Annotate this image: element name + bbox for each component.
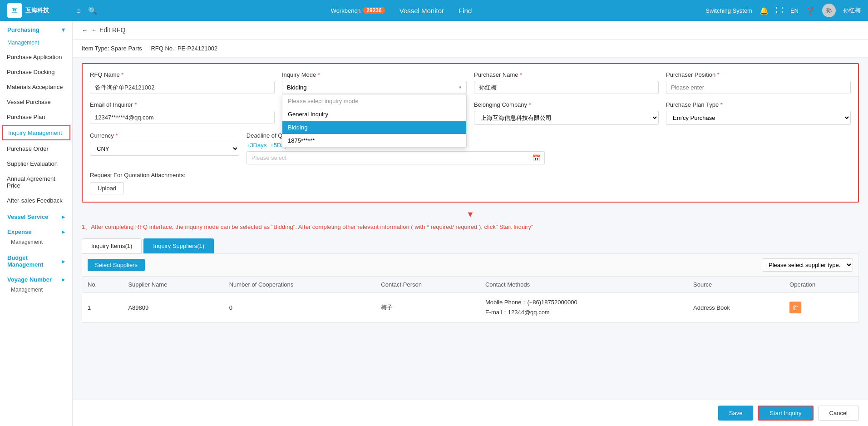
rfq-name-input[interactable]: [90, 81, 275, 94]
inquiry-mode-display[interactable]: Bidding ▾: [282, 81, 467, 94]
email-input[interactable]: [90, 111, 275, 124]
spacer-field-2: [552, 132, 851, 164]
contact-email: E-mail：12344@qq.com: [485, 307, 682, 317]
date-input-wrapper: 📅: [247, 151, 545, 164]
sidebar-item-supplier-evaluation[interactable]: Supplier Evaluation: [0, 156, 72, 171]
row-contact-person: 梅子: [375, 293, 480, 322]
annotation-text: 1、After completing RFQ interface, the in…: [73, 221, 868, 235]
tab-inquiry-items[interactable]: Inquiry Items(1): [82, 238, 142, 253]
row-supplier-name: A89809: [123, 293, 223, 322]
find-nav[interactable]: Find: [459, 7, 472, 15]
search-icon[interactable]: 🔍: [88, 6, 97, 15]
workbench-badge: 29236: [363, 7, 385, 14]
calendar-icon[interactable]: 📅: [533, 154, 540, 162]
sidebar-item-materials-acceptance[interactable]: Materials Acceptance: [0, 79, 72, 94]
row-cooperations: 0: [224, 293, 376, 322]
rfq-name-field: RFQ Name *: [90, 71, 275, 94]
suppliers-table: No. Supplier Name Number of Cooperations…: [82, 277, 858, 322]
lang-selector[interactable]: EN: [790, 7, 799, 14]
save-button[interactable]: Save: [718, 406, 754, 421]
sidebar-item-purchase-docking[interactable]: Purchase Docking: [0, 64, 72, 79]
sidebar-voyage-management: Management: [0, 286, 72, 297]
inquiry-mode-field: Inquiry Mode * Bidding ▾ Please select i…: [282, 71, 467, 94]
contact-mobile: Mobile Phone：(+86)18752000000: [485, 297, 682, 307]
avatar[interactable]: 孙: [822, 4, 836, 17]
col-no: No.: [82, 277, 123, 293]
tabs-row: Inquiry Items(1) Inquiry Suppliers(1): [73, 235, 868, 253]
workbench-label: Workbench: [331, 7, 361, 14]
table-header-row: No. Supplier Name Number of Cooperations…: [82, 277, 858, 293]
help-icon[interactable]: ❓: [806, 6, 815, 15]
sidebar-item-purchase-order[interactable]: Purchase Order: [0, 141, 72, 156]
email-label: Email of Inquirer *: [90, 101, 275, 108]
purchase-plan-type-select[interactable]: Em'cy Purchase: [666, 111, 851, 125]
upload-button[interactable]: Upload: [90, 182, 124, 194]
sidebar-item-purchase-application[interactable]: Purchase Application: [0, 50, 72, 64]
dropdown-option-bidding[interactable]: Bidding: [282, 121, 466, 134]
belonging-company-select[interactable]: 上海互海信息科技有限公司: [474, 111, 659, 125]
layout: Purchasing ▾ Management Purchase Applica…: [0, 21, 868, 426]
sidebar-management-label: Management: [0, 36, 72, 50]
currency-select[interactable]: CNY: [90, 142, 239, 156]
rfq-no-value: PE-P24121002: [178, 45, 217, 52]
dropdown-option-general[interactable]: General Inquiry: [282, 108, 466, 121]
back-arrow-icon: ←: [82, 27, 88, 34]
sidebar-item-vessel-purchase[interactable]: Vessel Purchase: [0, 94, 72, 109]
purchaser-name-input[interactable]: [474, 81, 659, 94]
chevron-icon-voyage: ▸: [62, 276, 65, 283]
start-inquiry-button[interactable]: Start Inquiry: [758, 406, 813, 421]
dropdown-option-placeholder[interactable]: Please select inquiry mode: [282, 94, 466, 108]
bell-icon[interactable]: 🔔: [760, 6, 769, 15]
back-button[interactable]: ← ← Edit RFQ: [82, 26, 125, 34]
sidebar-voyage-number-header[interactable]: Voyage Number ▸: [0, 271, 72, 286]
deadline-input[interactable]: [247, 151, 545, 164]
purchaser-position-input[interactable]: [666, 81, 851, 94]
required-star-3: *: [520, 71, 522, 78]
row-no: 1: [82, 293, 123, 322]
page-title: ← Edit RFQ: [91, 26, 125, 34]
sidebar-expense-management: Management: [0, 238, 72, 249]
cancel-button[interactable]: Cancel: [818, 406, 859, 421]
delete-row-button[interactable]: 🗑: [789, 302, 801, 313]
sidebar-purchasing-header[interactable]: Purchasing ▾: [0, 21, 72, 36]
col-contact-person: Contact Person: [375, 277, 480, 293]
col-operation: Operation: [784, 277, 858, 293]
sidebar-item-purchase-plan[interactable]: Purchase Plan: [0, 109, 72, 124]
sidebar-item-annual-agreement-price[interactable]: Annual Agreement Price: [0, 171, 72, 193]
required-star-2: *: [318, 71, 320, 78]
col-source: Source: [688, 277, 784, 293]
sidebar-item-after-sales-feedback[interactable]: After-sales Feedback: [0, 193, 72, 208]
rfq-no-label: RFQ No.:: [151, 45, 176, 52]
attachments-row: Request For Quotation Attachments: Uploa…: [90, 172, 851, 194]
logo-icon: 互: [7, 3, 22, 18]
inquiry-mode-dropdown[interactable]: Bidding ▾ Please select inquiry mode Gen…: [282, 81, 467, 94]
purchaser-name-field: Purchaser Name *: [474, 71, 659, 94]
sidebar-expense-header[interactable]: Expense ▸: [0, 223, 72, 238]
select-suppliers-button[interactable]: Select Suppliers: [88, 259, 145, 271]
switching-system[interactable]: Switching System: [705, 7, 752, 14]
logo-text: 互海科技: [25, 6, 49, 15]
page-header: ← ← Edit RFQ: [73, 21, 868, 40]
supplier-type-select[interactable]: Please select supplier type.: [762, 258, 853, 272]
top-navigation: 互 互海科技 ⌂ 🔍 Workbench 29236 Vessel Monito…: [0, 0, 868, 21]
bottom-bar: Save Start Inquiry Cancel: [73, 400, 868, 426]
vessel-monitor-nav[interactable]: Vessel Monitor: [399, 7, 444, 15]
workbench-nav[interactable]: Workbench 29236: [331, 7, 385, 14]
nav-right: Switching System 🔔 ⛶ EN ❓ 孙 孙红梅: [705, 4, 861, 17]
sidebar-budget-management-header[interactable]: Budget Management ▸: [0, 249, 72, 271]
sidebar-vessel-service-header[interactable]: Vessel Service ▸: [0, 208, 72, 223]
sidebar-item-inquiry-management[interactable]: Inquiry Management: [2, 125, 70, 140]
fullscreen-icon[interactable]: ⛶: [776, 6, 783, 15]
shortcut-3days[interactable]: +3Days: [247, 142, 266, 149]
required-star-7: *: [720, 101, 723, 108]
rfq-form: RFQ Name * Inquiry Mode * Bidding ▾: [82, 63, 859, 203]
user-name: 孙红梅: [843, 6, 861, 15]
item-type-value: Spare Parts: [111, 45, 142, 52]
row-source: Address Book: [688, 293, 784, 322]
nav-icons: ⌂ 🔍: [76, 6, 97, 15]
dropdown-option-1875[interactable]: 1875******: [282, 134, 466, 147]
belonging-company-field: Belonging Company * 上海互海信息科技有限公司: [474, 101, 659, 125]
tab-inquiry-suppliers[interactable]: Inquiry Suppliers(1): [143, 238, 214, 253]
annotation-arrow: ▼: [73, 208, 868, 221]
home-icon[interactable]: ⌂: [76, 6, 81, 15]
